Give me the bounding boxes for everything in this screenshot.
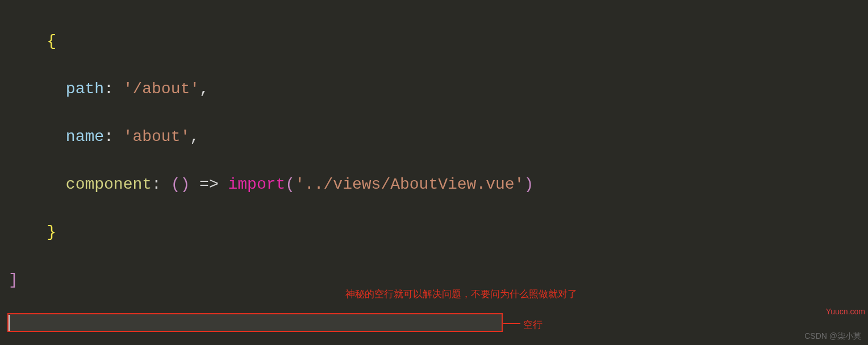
- empty-line-highlight-box: [7, 313, 503, 332]
- watermark-csdn: CSDN @柒小莫: [804, 330, 861, 342]
- annotation-label-empty-line: 空行: [523, 318, 542, 332]
- property-component: component: [66, 176, 152, 193]
- code-line: {: [9, 30, 859, 53]
- watermark-yuucn: Yuucn.com: [826, 306, 865, 318]
- close-bracket: ]: [9, 271, 18, 289]
- import-keyword: import: [228, 176, 286, 193]
- string-literal: '../views/AboutView.vue': [295, 176, 524, 193]
- text-cursor: [9, 315, 10, 331]
- property-path: path: [66, 80, 104, 98]
- code-line: path: '/about',: [9, 77, 859, 101]
- annotation-explanation: 神秘的空行就可以解决问题，不要问为什么照做就对了: [345, 287, 577, 302]
- string-literal: 'about': [123, 128, 190, 146]
- property-name: name: [66, 128, 104, 146]
- code-line: name: 'about',: [9, 125, 859, 149]
- string-literal: '/about': [123, 80, 199, 98]
- open-brace: {: [47, 32, 56, 50]
- code-line: }: [9, 221, 859, 244]
- close-brace: }: [47, 223, 56, 241]
- annotation-connector-line: [503, 323, 520, 324]
- code-line: component: () => import('../views/AboutV…: [9, 173, 859, 197]
